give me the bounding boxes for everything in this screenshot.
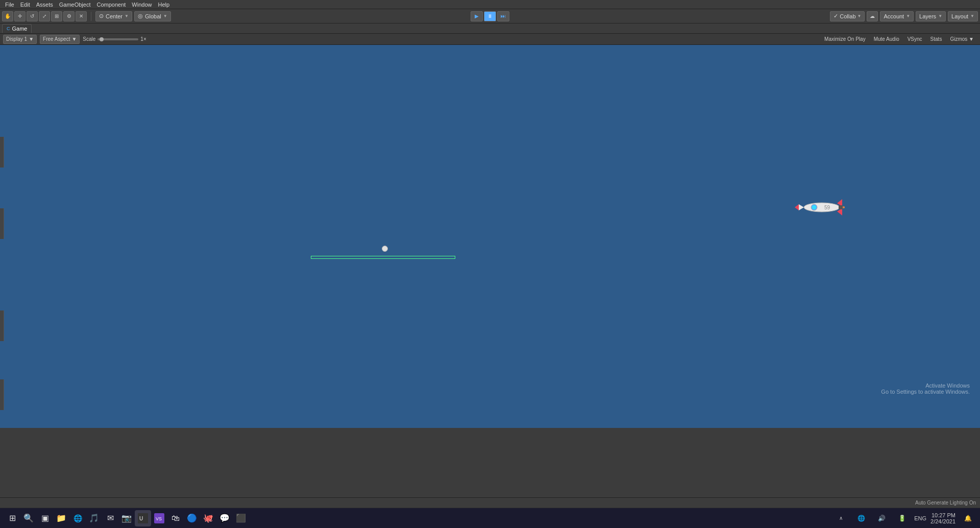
- svg-text:59: 59: [824, 205, 830, 210]
- taskbar-overflow[interactable]: ∧: [832, 510, 849, 526]
- taskbar-right: ∧ 🌐 🔊 🔋 ENG 10:27 PM 2/24/2021 🔔: [832, 510, 976, 526]
- layout-arrow: ▼: [970, 14, 974, 18]
- pivot-center-btn[interactable]: ⊙ Center ▼: [95, 11, 132, 21]
- aspect-dropdown[interactable]: Free Aspect ▼: [40, 35, 80, 44]
- explorer-button[interactable]: 📁: [53, 510, 69, 526]
- taskbar: ⊞ 🔍 ▣ 📁 🌐 🎵 ✉ 📷 U VS 🛍 🔵 🐙 💬 ⬛ ∧ 🌐 🔊 🔋 E…: [0, 508, 980, 528]
- gizmos-btn[interactable]: Gizmos ▼: [947, 35, 977, 44]
- menu-gameobject[interactable]: GameObject: [56, 1, 94, 8]
- aspect-label: Free Aspect: [43, 36, 70, 42]
- svg-marker-1: [799, 204, 804, 210]
- gizmos-arrow: ▼: [969, 36, 974, 42]
- notification-button[interactable]: 🔔: [960, 510, 976, 526]
- hand-tool[interactable]: ✋: [2, 11, 13, 21]
- layers-button[interactable]: Layers ▼: [916, 11, 946, 21]
- left-panel-indicator-2[interactable]: [0, 208, 4, 239]
- pivot-global-label: Global: [145, 13, 161, 19]
- unity-button[interactable]: U: [135, 510, 151, 526]
- scale-slider[interactable]: [97, 38, 138, 40]
- svg-rect-5: [839, 205, 843, 209]
- stats-btn[interactable]: Stats: [927, 35, 945, 44]
- auto-generate-label: Auto Generate Lighting On: [915, 500, 976, 506]
- language-label: ENG: [914, 515, 926, 521]
- pivot-center-label: Center: [106, 13, 122, 19]
- chrome-button[interactable]: 🔵: [184, 510, 200, 526]
- battery-icon[interactable]: 🔋: [894, 510, 910, 526]
- svg-point-7: [812, 205, 816, 209]
- rotate-tool[interactable]: ↺: [27, 11, 38, 21]
- start-button[interactable]: ⊞: [4, 510, 20, 526]
- layers-arrow: ▼: [938, 14, 942, 18]
- task-view-button[interactable]: ▣: [37, 510, 53, 526]
- scale-area: Scale 1×: [83, 36, 146, 42]
- pause-button[interactable]: ⏸: [484, 11, 496, 21]
- menu-window[interactable]: Window: [129, 1, 155, 8]
- discord-button[interactable]: 💬: [216, 510, 233, 526]
- game-tab-icon: C: [7, 26, 10, 31]
- platform-bar: [311, 256, 455, 259]
- game-view: 59 Activate Windows Go to Settings to ac…: [0, 45, 980, 428]
- date-display: 2/24/2021: [930, 518, 955, 524]
- svg-marker-2: [795, 204, 799, 210]
- step-button[interactable]: ⏭: [497, 11, 509, 21]
- mute-audio-btn[interactable]: Mute Audio: [871, 35, 902, 44]
- move-tool[interactable]: ✛: [14, 11, 26, 21]
- collab-label: Collab: [840, 13, 855, 19]
- left-panel-indicator-4[interactable]: [0, 379, 4, 410]
- menu-file[interactable]: File: [2, 1, 17, 8]
- photos-button[interactable]: 📷: [118, 510, 135, 526]
- spotify-button[interactable]: 🎵: [86, 510, 102, 526]
- activate-line1: Activate Windows: [881, 382, 970, 389]
- display-dropdown[interactable]: Display 1 ▼: [3, 35, 37, 44]
- cloud-button[interactable]: ☁: [867, 11, 878, 21]
- clock[interactable]: 10:27 PM 2/24/2021: [930, 512, 955, 524]
- right-toolbar: ✓ Collab ▼ ☁ Account ▼ Layers ▼ Layout ▼: [830, 11, 978, 21]
- account-arrow: ▼: [906, 14, 910, 18]
- layout-button[interactable]: Layout ▼: [948, 11, 978, 21]
- scale-value: 1×: [140, 36, 146, 42]
- account-label: Account: [884, 13, 904, 19]
- collab-arrow: ▼: [857, 14, 862, 18]
- menu-assets[interactable]: Assets: [33, 1, 56, 8]
- left-panel-indicator-1[interactable]: [0, 137, 4, 167]
- mail-button[interactable]: ✉: [102, 510, 118, 526]
- edge-button[interactable]: 🌐: [69, 510, 86, 526]
- pivot-global-btn[interactable]: ◎ Global ▼: [134, 11, 171, 21]
- collab-button[interactable]: ✓ Collab ▼: [830, 11, 865, 21]
- svg-point-0: [804, 203, 840, 212]
- activate-windows-notice: Activate Windows Go to Settings to activ…: [881, 382, 970, 395]
- menu-edit[interactable]: Edit: [17, 1, 33, 8]
- game-tab[interactable]: C Game: [2, 24, 32, 33]
- scale-tool[interactable]: ⤢: [39, 11, 50, 21]
- pivot-global-icon: ◎: [138, 13, 143, 19]
- aspect-arrow: ▼: [71, 36, 77, 42]
- activate-line2: Go to Settings to activate Windows.: [881, 389, 970, 395]
- vsync-btn[interactable]: VSync: [904, 35, 925, 44]
- play-button[interactable]: ▶: [471, 11, 483, 21]
- game-tab-label: Game: [12, 26, 28, 32]
- separator-1: [91, 12, 91, 21]
- search-button[interactable]: 🔍: [20, 510, 37, 526]
- volume-icon[interactable]: 🔊: [873, 510, 890, 526]
- terminal-button[interactable]: ⬛: [233, 510, 249, 526]
- game-toolbar: Display 1 ▼ Free Aspect ▼ Scale 1× Maxim…: [0, 34, 980, 45]
- maximize-on-play-btn[interactable]: Maximize On Play: [821, 35, 869, 44]
- right-game-tools: Maximize On Play Mute Audio VSync Stats …: [821, 35, 977, 44]
- account-button[interactable]: Account ▼: [880, 11, 914, 21]
- display-arrow: ▼: [29, 36, 34, 42]
- rect-tool[interactable]: ⊞: [51, 11, 62, 21]
- store-button[interactable]: 🛍: [167, 510, 184, 526]
- transform-tools: ✋ ✛ ↺ ⤢ ⊞ ⚙ ✕: [2, 11, 87, 21]
- custom-tool[interactable]: ✕: [76, 11, 87, 21]
- pivot-center-arrow: ▼: [125, 14, 129, 18]
- menu-component[interactable]: Component: [93, 1, 129, 8]
- vs-button[interactable]: VS: [151, 510, 167, 526]
- menu-bar: File Edit Assets GameObject Component Wi…: [0, 0, 980, 9]
- transform-tool[interactable]: ⚙: [63, 11, 75, 21]
- network-icon[interactable]: 🌐: [853, 510, 869, 526]
- left-panel-indicator-3[interactable]: [0, 310, 4, 341]
- menu-help[interactable]: Help: [155, 1, 173, 8]
- github-button[interactable]: 🐙: [200, 510, 216, 526]
- pivot-global-arrow: ▼: [163, 14, 167, 18]
- svg-text:U: U: [139, 516, 143, 521]
